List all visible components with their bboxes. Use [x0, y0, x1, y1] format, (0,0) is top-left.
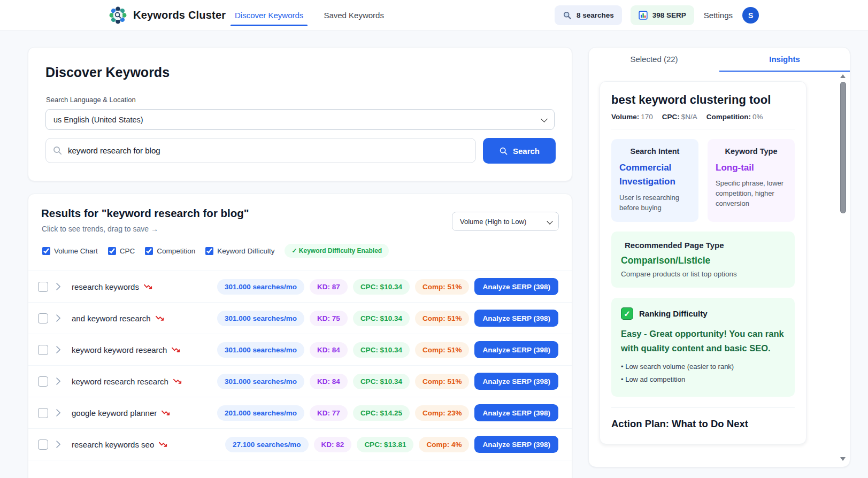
row-checkbox[interactable] [38, 440, 48, 450]
ranking-bullet: • Low ad competition [621, 373, 785, 386]
table-row: research keywords seo 27.100 searches/mo… [28, 429, 572, 460]
scrollbar-up-arrow[interactable] [840, 74, 846, 78]
kd-badge: KD: 75 [310, 311, 348, 326]
user-avatar[interactable]: S [742, 7, 759, 24]
analyze-serp-button[interactable]: Analyze SERP (398) [474, 341, 558, 358]
cpc-badge: CPC: $10.34 [353, 374, 410, 389]
trend-down-icon [159, 441, 168, 448]
stat-cpc-label: CPC: [662, 113, 680, 121]
competition-badge: Comp: 51% [415, 279, 470, 295]
volume-badge[interactable]: 301.000 searches/mo [217, 279, 304, 295]
insights-scroll-area: best keyword clustering tool Volume:170 … [589, 72, 850, 467]
chevron-down-icon [547, 218, 552, 224]
filter-competition[interactable]: Competition [145, 247, 195, 255]
kd-badge: KD: 82 [314, 437, 352, 452]
chevron-right-icon[interactable] [56, 283, 60, 290]
row-checkbox[interactable] [38, 376, 48, 387]
serp-count-label: 398 SERP [652, 11, 686, 19]
language-select[interactable]: us English (United States) [45, 109, 555, 130]
searches-count-label: 8 searches [577, 11, 614, 19]
analyze-serp-button[interactable]: Analyze SERP (398) [474, 278, 558, 295]
search-intent-card: Search Intent Commercial Investigation U… [611, 139, 698, 222]
competition-badge: Comp: 51% [415, 374, 470, 389]
analyze-serp-button[interactable]: Analyze SERP (398) [474, 404, 558, 421]
kd-badge: KD: 84 [310, 374, 348, 389]
keyword-text[interactable]: and keyword research [72, 314, 151, 323]
volume-badge[interactable]: 301.000 searches/mo [217, 342, 304, 358]
analyze-serp-button[interactable]: Analyze SERP (398) [474, 310, 558, 327]
table-row: google keyword planner 201.000 searches/… [28, 397, 572, 429]
competition-badge: Comp: 23% [415, 405, 470, 421]
page-title: Discover Keywords [45, 65, 170, 80]
check-square-icon: ✓ [621, 307, 633, 320]
stat-competition: Competition:0% [706, 113, 763, 121]
search-button[interactable]: Search [483, 138, 556, 164]
cpc-badge: CPC: $10.34 [353, 311, 410, 326]
header-right: 8 searches 398 SERP Settings S [555, 0, 759, 30]
chevron-right-icon[interactable] [56, 346, 60, 353]
row-checkbox[interactable] [38, 408, 48, 418]
keyword-text[interactable]: keyword research research [72, 377, 168, 386]
keyword-type-title: Keyword Type [716, 147, 787, 156]
scrollbar-down-arrow[interactable] [840, 457, 846, 461]
chevron-right-icon[interactable] [56, 441, 60, 448]
filter-cpc[interactable]: CPC [108, 247, 135, 255]
intent-type-grid: Search Intent Commercial Investigation U… [611, 139, 795, 222]
filter-label: Keyword Difficulty [217, 247, 274, 255]
row-checkbox[interactable] [38, 345, 48, 355]
volume-badge[interactable]: 201.000 searches/mo [217, 405, 304, 421]
tab-insights[interactable]: Insights [719, 48, 850, 72]
filter-keyword-difficulty-checkbox[interactable] [205, 247, 213, 255]
tab-discover-keywords[interactable]: Discover Keywords [232, 0, 306, 30]
bar-chart-icon [639, 11, 648, 20]
stat-competition-value: 0% [752, 113, 763, 121]
keyword-search-input[interactable] [45, 138, 476, 163]
kd-badge: KD: 77 [310, 405, 348, 421]
volume-badge[interactable]: 301.000 searches/mo [217, 311, 304, 326]
chevron-right-icon[interactable] [56, 314, 60, 322]
filter-volume-chart-checkbox[interactable] [42, 247, 50, 255]
keyword-text[interactable]: google keyword planner [72, 408, 157, 418]
kd-enabled-badge: ✓ Keyword Difficulty Enabled [285, 244, 389, 258]
table-row: research keywords 301.000 searches/mo KD… [28, 271, 572, 303]
tab-selected[interactable]: Selected (22) [589, 48, 719, 72]
sort-select-value: Volume (High to Low) [460, 218, 526, 226]
trend-down-icon [172, 346, 181, 353]
serp-count-badge[interactable]: 398 SERP [631, 5, 694, 25]
results-panel: Results for "keyword research for blog" … [28, 194, 572, 478]
volume-badge[interactable]: 301.000 searches/mo [217, 374, 304, 389]
search-intent-title: Search Intent [619, 147, 690, 156]
row-checkbox[interactable] [38, 282, 48, 292]
chevron-right-icon[interactable] [56, 409, 60, 417]
keyword-text[interactable]: research keywords [72, 282, 139, 291]
kd-badge: KD: 84 [310, 342, 348, 358]
insights-tabs: Selected (22) Insights [589, 48, 850, 72]
searches-count-badge[interactable]: 8 searches [555, 5, 622, 25]
chevron-right-icon[interactable] [56, 377, 60, 385]
discover-keywords-panel: Discover Keywords Search Language & Loca… [28, 47, 572, 181]
row-checkbox[interactable] [38, 313, 48, 323]
language-select-value: us English (United States) [53, 115, 143, 124]
main-nav: Discover Keywords Saved Keywords [232, 0, 387, 30]
tab-saved-keywords[interactable]: Saved Keywords [320, 0, 387, 30]
keyword-type-desc: Specific phrase, lower competition, high… [716, 179, 787, 209]
filter-keyword-difficulty[interactable]: Keyword Difficulty [205, 247, 274, 255]
volume-badge[interactable]: 27.100 searches/mo [225, 437, 309, 452]
scrollbar-thumb[interactable] [840, 82, 846, 213]
filter-label: Volume Chart [54, 247, 98, 255]
settings-link[interactable]: Settings [703, 11, 734, 20]
cpc-badge: CPC: $10.34 [353, 279, 410, 295]
keyword-text[interactable]: research keywords seo [72, 440, 154, 449]
recommended-page-type-card: Recommended Page Type Comparison/Listicl… [611, 232, 795, 288]
ranking-difficulty-title: Ranking Difficulty [639, 309, 708, 318]
analyze-serp-button[interactable]: Analyze SERP (398) [474, 373, 558, 390]
cpc-badge: CPC: $14.25 [353, 405, 410, 421]
analyze-serp-button[interactable]: Analyze SERP (398) [474, 436, 558, 453]
sort-select[interactable]: Volume (High to Low) [452, 212, 559, 231]
page-type-value: Comparison/Listicle [621, 255, 785, 266]
search-intent-desc: User is researching before buying [619, 193, 690, 213]
filter-competition-checkbox[interactable] [145, 247, 153, 255]
filter-volume-chart[interactable]: Volume Chart [42, 247, 98, 255]
filter-cpc-checkbox[interactable] [108, 247, 116, 255]
keyword-text[interactable]: keyword keyword research [72, 345, 167, 354]
